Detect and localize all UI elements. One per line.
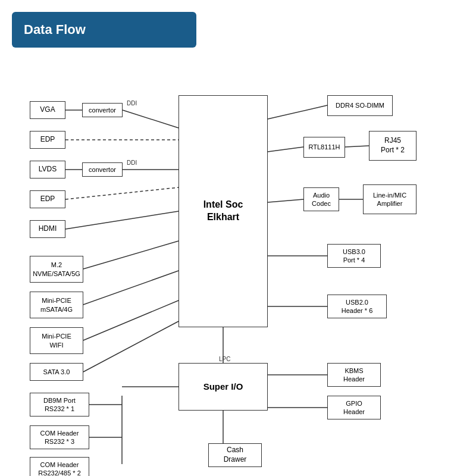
audio-label: AudioCodec bbox=[312, 191, 331, 208]
conv1-label: convertor bbox=[89, 106, 116, 114]
usb30-box: USB3.0Port * 4 bbox=[327, 244, 381, 268]
kbms-box: KBMSHeader bbox=[327, 363, 381, 387]
page: Data Flow bbox=[0, 0, 476, 476]
ddr4-box: DDR4 SO-DIMM bbox=[327, 95, 393, 116]
svg-line-14 bbox=[268, 199, 303, 202]
header-banner: Data Flow bbox=[12, 12, 196, 48]
conv2-label: convertor bbox=[89, 165, 116, 174]
vga-box: VGA bbox=[30, 101, 65, 119]
usb20-label: USB2.0Header * 6 bbox=[342, 298, 373, 315]
edp1-box: EDP bbox=[30, 131, 65, 149]
ddi2-label: DDI bbox=[127, 159, 137, 166]
svg-line-13 bbox=[345, 146, 369, 147]
super-io-label: Super I/O bbox=[203, 381, 243, 393]
diagram: Intel SocElkhart Super I/O VGA EDP LVDS … bbox=[12, 60, 464, 464]
minipcie2-label: Mini-PCIEWIFI bbox=[42, 332, 71, 349]
db9m-label: DB9M PortRS232 * 1 bbox=[43, 396, 76, 414]
cash-box: CashDrawer bbox=[208, 443, 262, 467]
ddr4-label: DDR4 SO-DIMM bbox=[336, 101, 384, 109]
conv2-box: convertor bbox=[82, 162, 123, 177]
super-io-box: Super I/O bbox=[178, 363, 268, 411]
usb30-label: USB3.0Port * 4 bbox=[343, 248, 365, 265]
rtl-box: RTL8111H bbox=[303, 137, 345, 158]
minipcie1-box: Mini-PCIEmSATA/4G bbox=[30, 292, 83, 318]
comh1-box: COM HeaderRS232 * 3 bbox=[30, 425, 89, 449]
intel-soc-label: Intel SocElkhart bbox=[203, 199, 243, 224]
lpc-label: LPC bbox=[219, 356, 230, 362]
m2-label: M.2NVME/SATA/5G bbox=[33, 261, 80, 278]
svg-line-8 bbox=[83, 271, 178, 305]
db9m-box: DB9M PortRS232 * 1 bbox=[30, 393, 89, 416]
minipcie2-box: Mini-PCIEWIFI bbox=[30, 327, 83, 354]
linein-label: Line-in/MICAmplifier bbox=[373, 191, 406, 208]
usb20-box: USB2.0Header * 6 bbox=[327, 295, 387, 318]
svg-line-1 bbox=[123, 110, 178, 128]
m2-box: M.2NVME/SATA/5G bbox=[30, 256, 83, 283]
linein-box: Line-in/MICAmplifier bbox=[363, 184, 416, 214]
audio-box: AudioCodec bbox=[303, 187, 339, 211]
edp1-label: EDP bbox=[40, 135, 55, 145]
comh2-box: COM HeaderRS232/485 * 2 bbox=[30, 457, 89, 476]
conv1-box: convertor bbox=[82, 103, 123, 117]
svg-line-5 bbox=[65, 187, 178, 199]
svg-line-6 bbox=[65, 211, 178, 229]
lvds-box: LVDS bbox=[30, 161, 65, 178]
svg-line-12 bbox=[268, 147, 303, 152]
gpio-box: GPIOHeader bbox=[327, 396, 381, 419]
cash-label: CashDrawer bbox=[224, 446, 247, 464]
svg-line-9 bbox=[83, 300, 178, 340]
minipcie1-label: Mini-PCIEmSATA/4G bbox=[40, 296, 73, 314]
sata-box: SATA 3.0 bbox=[30, 363, 83, 381]
lvds-label: LVDS bbox=[39, 165, 57, 174]
comh1-label: COM HeaderRS232 * 3 bbox=[40, 429, 79, 446]
edp2-box: EDP bbox=[30, 190, 65, 208]
edp2-label: EDP bbox=[40, 195, 55, 204]
rj45-label: RJ45Port * 2 bbox=[381, 136, 405, 155]
header-title: Data Flow bbox=[24, 22, 86, 37]
comh2-label: COM HeaderRS232/485 * 2 bbox=[38, 461, 81, 476]
svg-line-10 bbox=[83, 321, 178, 372]
gpio-label: GPIOHeader bbox=[343, 399, 365, 416]
svg-line-11 bbox=[268, 105, 327, 119]
sata-label: SATA 3.0 bbox=[43, 368, 70, 376]
vga-label: VGA bbox=[40, 105, 55, 115]
hdmi-label: HDMI bbox=[39, 224, 57, 234]
intel-soc-box: Intel SocElkhart bbox=[178, 95, 268, 327]
svg-line-7 bbox=[83, 241, 178, 269]
rj45-box: RJ45Port * 2 bbox=[369, 131, 416, 161]
ddi1-label: DDI bbox=[127, 100, 137, 107]
hdmi-box: HDMI bbox=[30, 220, 65, 238]
kbms-label: KBMSHeader bbox=[343, 367, 365, 384]
rtl-label: RTL8111H bbox=[309, 143, 340, 151]
